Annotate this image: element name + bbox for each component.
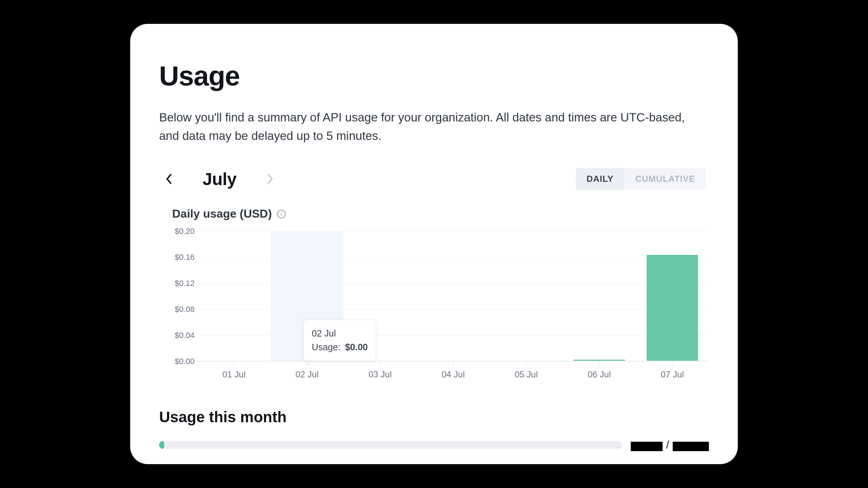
x-tick-mark <box>380 361 380 364</box>
bar <box>647 255 698 361</box>
next-month-button[interactable] <box>263 172 277 186</box>
x-label: 07 Jul <box>636 369 709 380</box>
chart-tooltip: 02 Jul Usage: $0.00 <box>303 320 376 361</box>
x-label: 06 Jul <box>563 369 636 380</box>
tooltip-usage-row: Usage: $0.00 <box>312 340 368 354</box>
chart-title-row: Daily usage (USD) i <box>172 207 709 221</box>
x-label: 05 Jul <box>490 369 563 380</box>
usage-progress-fill <box>159 441 164 449</box>
chart-title: Daily usage (USD) <box>172 207 272 221</box>
y-tick: $0.12 <box>175 279 195 288</box>
x-tick-mark <box>453 361 454 364</box>
x-label: 04 Jul <box>417 369 490 380</box>
x-tick-mark <box>526 361 527 364</box>
usage-limit-redacted <box>673 442 709 451</box>
usage-current-redacted <box>631 442 663 451</box>
bar-slot[interactable] <box>197 231 271 361</box>
x-tick-mark <box>599 361 600 364</box>
x-tick-mark <box>307 361 307 364</box>
tooltip-usage-value: $0.00 <box>345 342 368 352</box>
tooltip-date: 02 Jul <box>312 326 368 341</box>
chevron-right-icon <box>266 173 273 185</box>
usage-progress-track <box>159 441 622 449</box>
x-tick-mark <box>234 361 234 364</box>
bar-slot[interactable] <box>417 231 490 361</box>
x-tick-mark <box>672 361 673 364</box>
y-tick: $0.20 <box>175 227 195 236</box>
chevron-left-icon <box>166 173 173 185</box>
bar-slot[interactable] <box>636 231 709 361</box>
usage-separator: / <box>666 439 669 451</box>
prev-month-button[interactable] <box>162 172 176 186</box>
page-title: Usage <box>159 60 709 91</box>
x-label: 03 Jul <box>344 369 417 380</box>
view-toggle: DAILY CUMULATIVE <box>576 168 706 190</box>
chart: $0.20$0.16$0.12$0.08$0.04$0.00 02 Jul Us… <box>172 231 709 380</box>
x-label: 02 Jul <box>271 369 344 380</box>
bar-slot[interactable] <box>490 231 563 361</box>
y-tick: $0.08 <box>175 305 195 314</box>
y-tick: $0.16 <box>175 253 195 262</box>
y-axis: $0.20$0.16$0.12$0.08$0.04$0.00 <box>172 231 197 361</box>
x-label: 01 Jul <box>197 369 271 380</box>
info-icon[interactable]: i <box>277 210 286 218</box>
toggle-daily[interactable]: DAILY <box>576 168 625 190</box>
month-usage-title: Usage this month <box>159 408 709 426</box>
bar-slot[interactable] <box>563 231 636 361</box>
tooltip-usage-label: Usage: <box>312 342 340 352</box>
usage-values: / <box>631 439 709 451</box>
plot-area[interactable]: 02 Jul Usage: $0.00 <box>197 231 709 361</box>
bars-container <box>197 231 709 361</box>
month-nav: July <box>162 169 277 189</box>
toggle-cumulative[interactable]: CUMULATIVE <box>624 168 706 190</box>
month-label: July <box>203 169 237 189</box>
month-usage-row: / <box>159 439 709 451</box>
page-description: Below you'll find a summary of API usage… <box>159 108 694 145</box>
y-tick: $0.04 <box>175 331 195 340</box>
month-nav-row: July DAILY CUMULATIVE <box>159 168 709 190</box>
y-tick: $0.00 <box>175 357 195 366</box>
x-axis: 01 Jul02 Jul03 Jul04 Jul05 Jul06 Jul07 J… <box>197 369 709 380</box>
usage-card: Usage Below you'll find a summary of API… <box>130 24 738 464</box>
chart-plot: $0.20$0.16$0.12$0.08$0.04$0.00 02 Jul Us… <box>172 231 709 361</box>
